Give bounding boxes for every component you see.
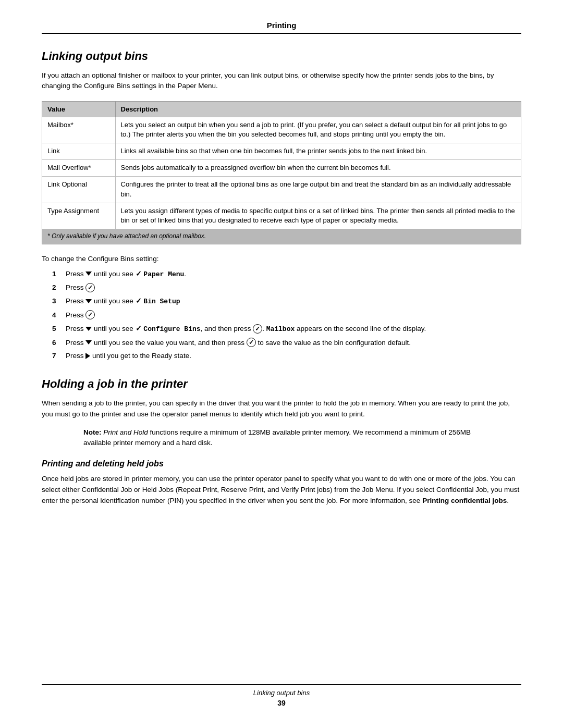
arrow-right-icon (85, 353, 90, 359)
step-4-content: Press ✓ (66, 310, 521, 321)
header-rule (42, 33, 521, 34)
row-mailoverflow-desc: Sends jobs automatically to a preassigne… (115, 160, 521, 177)
subsection-printing-deleting: Printing and deleting held jobs Once hel… (42, 459, 521, 507)
step-7-number: 7 (52, 351, 60, 362)
row-link-value: Link (42, 143, 115, 160)
table-row: Link Optional Configures the printer to … (42, 176, 521, 203)
step-6-content: Press until you see the value you want, … (66, 338, 521, 349)
col-value: Value (42, 102, 115, 117)
step-5-mono2: Mailbox (266, 325, 295, 333)
checkmark-icon: ✓ (136, 295, 142, 307)
section-linking-output-bins: Linking output bins If you attach an opt… (42, 50, 521, 362)
row-linkoptional-value: Link Optional (42, 176, 115, 203)
section-holding-job: Holding a job in the printer When sendin… (42, 377, 521, 506)
step-2-content: Press ✓ (66, 282, 521, 293)
step-2-number: 2 (52, 282, 60, 293)
col-description: Description (115, 102, 521, 117)
row-mailbox-desc: Lets you select an output bin when you s… (115, 117, 521, 143)
step-7: 7 Press until you get to the Ready state… (52, 351, 521, 362)
configure-heading: To change the Configure Bins setting: (42, 255, 521, 263)
note-text: Print and Hold functions require a minim… (83, 428, 471, 447)
step-3-number: 3 (52, 296, 60, 307)
section1-title: Linking output bins (42, 50, 521, 63)
step-7-content: Press until you get to the Ready state. (66, 351, 521, 362)
step-1-number: 1 (52, 269, 60, 280)
linking-bins-table: Value Description Mailbox* Lets you sele… (42, 101, 521, 244)
step-1-mono: Paper Menu (143, 270, 184, 278)
row-linkoptional-desc: Configures the printer to treat all the … (115, 176, 521, 203)
step-3-content: Press until you see ✓ Bin Setup (66, 296, 521, 307)
bins-table: Value Description Mailbox* Lets you sele… (42, 102, 521, 244)
table-row: Mail Overflow* Sends jobs automatically … (42, 160, 521, 177)
steps-list: 1 Press until you see ✓ Paper Menu. 2 Pr… (52, 269, 521, 362)
row-typeassign-value: Type Assignment (42, 203, 115, 229)
page-container: Printing Linking output bins If you atta… (0, 0, 563, 728)
table-footnote-row: * Only available if you have attached an… (42, 229, 521, 244)
circle-check-icon: ✓ (85, 283, 95, 292)
step-3: 3 Press until you see ✓ Bin Setup (52, 296, 521, 307)
step-1: 1 Press until you see ✓ Paper Menu. (52, 269, 521, 280)
step-2: 2 Press ✓ (52, 282, 521, 293)
page-footer: Linking output bins 39 (0, 684, 563, 707)
step-3-mono: Bin Setup (143, 298, 180, 306)
step-6: 6 Press until you see the value you want… (52, 338, 521, 349)
circle-check-icon: ✓ (253, 324, 262, 334)
checkmark-icon: ✓ (136, 268, 142, 280)
table-row: Link Links all available bins so that wh… (42, 143, 521, 160)
table-footnote: * Only available if you have attached an… (42, 229, 521, 244)
arrow-down-icon (85, 272, 92, 276)
step-1-content: Press until you see ✓ Paper Menu. (66, 269, 521, 280)
subsection-text: Once held jobs are stored in printer mem… (42, 474, 521, 507)
row-mailbox-value: Mailbox* (42, 117, 115, 143)
row-mailoverflow-value: Mail Overflow* (42, 160, 115, 177)
arrow-down-icon (85, 340, 92, 344)
page-header: Printing (42, 21, 521, 34)
note-block: Note: Print and Hold functions require a… (83, 427, 480, 449)
footer-page-number: 39 (0, 699, 563, 707)
subsection-title: Printing and deleting held jobs (42, 459, 521, 468)
section2-intro: When sending a job to the printer, you c… (42, 398, 521, 420)
section1-intro: If you attach an optional finisher or ma… (42, 70, 521, 92)
step-5-content: Press until you see ✓ Configure Bins, an… (66, 324, 521, 335)
table-header-row: Value Description (42, 102, 521, 117)
step-5-number: 5 (52, 324, 60, 335)
circle-check-icon: ✓ (247, 338, 256, 347)
step-6-number: 6 (52, 338, 60, 349)
row-link-desc: Links all available bins so that when on… (115, 143, 521, 160)
section2-title: Holding a job in the printer (42, 377, 521, 391)
table-row: Mailbox* Lets you select an output bin w… (42, 117, 521, 143)
footer-rule (42, 684, 521, 685)
step-5: 5 Press until you see ✓ Configure Bins, … (52, 324, 521, 335)
checkmark-icon: ✓ (136, 323, 142, 335)
row-typeassign-desc: Lets you assign different types of media… (115, 203, 521, 229)
table-row: Type Assignment Lets you assign differen… (42, 203, 521, 229)
step-4-number: 4 (52, 310, 60, 321)
circle-check-icon: ✓ (85, 310, 95, 319)
note-label: Note: (83, 428, 102, 436)
footer-label: Linking output bins (0, 689, 563, 697)
step-4: 4 Press ✓ (52, 310, 521, 321)
arrow-down-icon (85, 327, 92, 331)
arrow-down-icon (85, 299, 92, 303)
header-title: Printing (42, 21, 521, 30)
step-5-mono1: Configure Bins (143, 325, 200, 333)
